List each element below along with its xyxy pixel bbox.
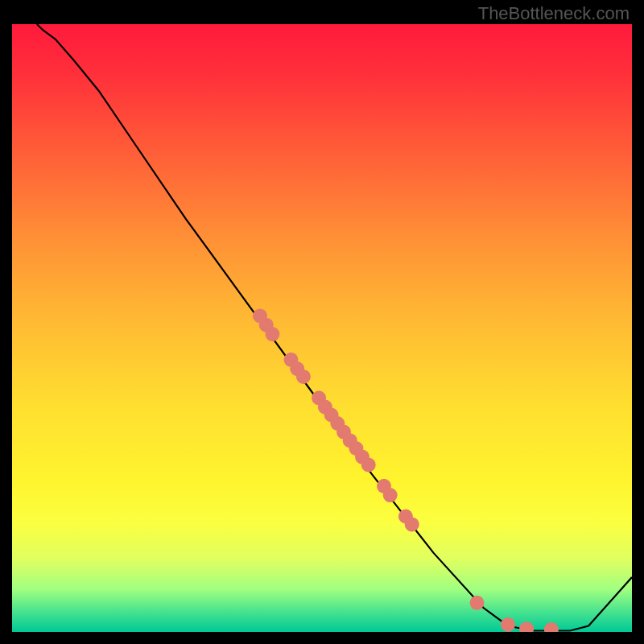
chart-svg — [12, 24, 632, 632]
chart-point — [405, 517, 419, 531]
chart-plot-area — [12, 24, 632, 632]
chart-point — [361, 457, 376, 472]
chart-point — [265, 327, 279, 341]
chart-point — [470, 596, 485, 610]
chart-points — [253, 308, 559, 632]
chart-point — [296, 369, 311, 384]
chart-point — [544, 622, 559, 632]
chart-curve — [37, 24, 632, 631]
chart-point — [519, 621, 534, 632]
chart-point — [383, 488, 398, 502]
chart-point — [501, 617, 515, 632]
watermark-text: TheBottleneck.com — [478, 3, 630, 24]
